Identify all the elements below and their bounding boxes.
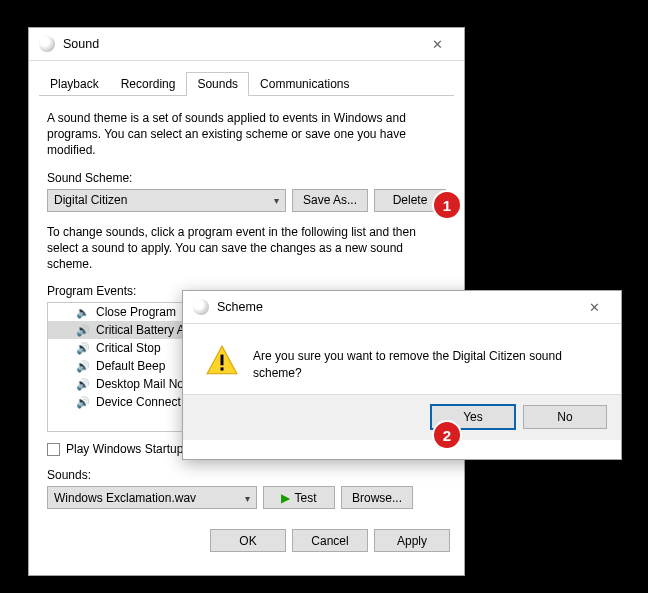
sounds-dropdown[interactable]: Windows Exclamation.wav ▾ <box>47 486 257 509</box>
tab-recording[interactable]: Recording <box>110 72 187 96</box>
sound-on-icon: 🔊 <box>76 360 90 373</box>
sound-on-icon: 🔊 <box>76 378 90 391</box>
close-button[interactable]: ✕ <box>416 30 458 58</box>
callout-badge-2: 2 <box>432 420 462 450</box>
apply-button[interactable]: Apply <box>374 529 450 552</box>
tab-playback[interactable]: Playback <box>39 72 110 96</box>
close-icon: ✕ <box>589 300 600 315</box>
startup-checkbox[interactable] <box>47 443 60 456</box>
tab-communications[interactable]: Communications <box>249 72 360 96</box>
browse-button[interactable]: Browse... <box>341 486 413 509</box>
titlebar: Sound ✕ <box>29 28 464 61</box>
close-button[interactable]: ✕ <box>573 293 615 321</box>
callout-badge-1: 1 <box>432 190 462 220</box>
scheme-dropdown[interactable]: Digital Citizen ▾ <box>47 189 286 212</box>
sound-off-icon: 🔈 <box>76 306 90 319</box>
test-label: Test <box>294 491 316 505</box>
ok-button[interactable]: OK <box>210 529 286 552</box>
scheme-label: Sound Scheme: <box>47 171 446 185</box>
dialog-footer: OK Cancel Apply <box>29 517 464 566</box>
play-icon: ▶ <box>281 491 290 505</box>
svg-rect-2 <box>221 367 224 370</box>
sounds-value: Windows Exclamation.wav <box>54 491 196 505</box>
theme-description: A sound theme is a set of sounds applied… <box>47 110 446 159</box>
tabstrip: Playback Recording Sounds Communications <box>39 71 454 96</box>
confirm-message: Are you sure you want to remove the Digi… <box>253 344 599 382</box>
event-label: Critical Stop <box>96 341 161 355</box>
warning-icon <box>205 344 239 378</box>
sound-app-icon <box>39 36 55 52</box>
titlebar: Scheme ✕ <box>183 291 621 324</box>
event-label: Device Connect <box>96 395 181 409</box>
svg-rect-1 <box>221 355 224 366</box>
cancel-button[interactable]: Cancel <box>292 529 368 552</box>
test-button[interactable]: ▶Test <box>263 486 335 509</box>
change-description: To change sounds, click a program event … <box>47 224 446 273</box>
window-title: Sound <box>63 37 416 51</box>
scheme-value: Digital Citizen <box>54 193 127 207</box>
scheme-confirm-dialog: Scheme ✕ Are you sure you want to remove… <box>182 290 622 460</box>
close-icon: ✕ <box>432 37 443 52</box>
window-title: Scheme <box>217 300 573 314</box>
dialog-footer: Yes No <box>183 394 621 440</box>
no-button[interactable]: No <box>523 405 607 429</box>
sound-on-icon: 🔊 <box>76 324 90 337</box>
tab-sounds[interactable]: Sounds <box>186 72 249 96</box>
event-label: Close Program <box>96 305 176 319</box>
sound-on-icon: 🔊 <box>76 396 90 409</box>
chevron-down-icon: ▾ <box>274 195 279 206</box>
event-label: Default Beep <box>96 359 165 373</box>
chevron-down-icon: ▾ <box>245 492 250 503</box>
sound-app-icon <box>193 299 209 315</box>
sound-on-icon: 🔊 <box>76 342 90 355</box>
save-as-button[interactable]: Save As... <box>292 189 368 212</box>
sounds-label: Sounds: <box>47 468 446 482</box>
